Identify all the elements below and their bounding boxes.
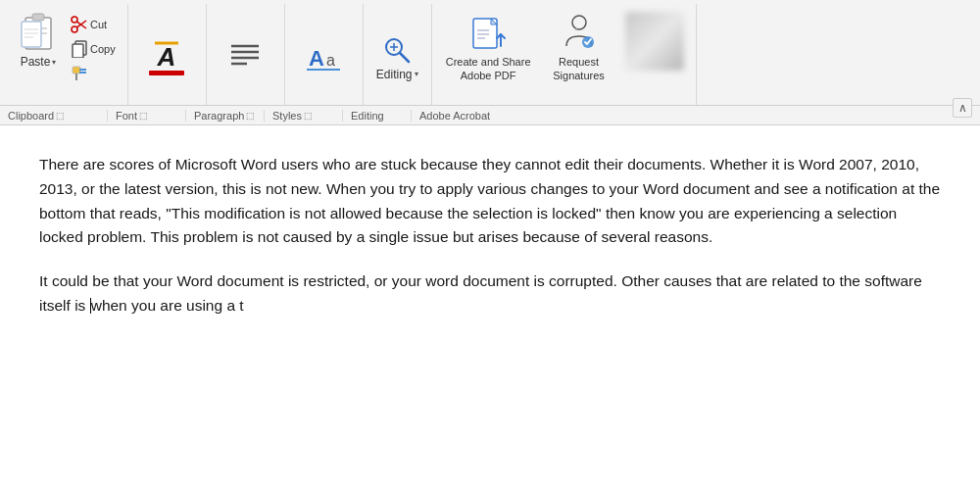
font-group-content: A — [145, 35, 188, 78]
copy-button[interactable]: Copy — [67, 38, 120, 60]
document-paragraph-1: There are scores of Microsoft Word users… — [39, 153, 941, 250]
paragraph-icon — [223, 35, 267, 78]
clipboard-group-label: Clipboard — [8, 110, 54, 122]
ribbon: Paste ▾ Cut — [0, 0, 980, 125]
svg-line-12 — [77, 22, 87, 28]
create-share-pdf-button[interactable]: Create and Share Adobe PDF — [440, 8, 537, 87]
svg-point-10 — [72, 17, 77, 23]
pdf-upload-icon — [467, 13, 509, 54]
styles-group-label: Styles — [272, 110, 302, 122]
editing-arrow-icon: ▾ — [415, 70, 418, 78]
paragraph-group-label-area: Paragraph ⬚ — [186, 110, 265, 122]
document-area[interactable]: There are scores of Microsoft Word users… — [0, 125, 980, 490]
svg-rect-5 — [22, 22, 41, 47]
styles-expand-icon[interactable]: ⬚ — [304, 111, 313, 121]
paragraph-group-label: Paragraph — [194, 110, 244, 122]
cut-button[interactable]: Cut — [67, 14, 120, 35]
copy-label: Copy — [90, 43, 116, 55]
ribbon-group-styles: A a — [285, 4, 364, 105]
svg-rect-15 — [73, 67, 80, 74]
clipboard-group-label-area: Clipboard ⬚ — [0, 110, 108, 122]
format-painter-icon — [71, 65, 88, 82]
ribbon-label-bar: Clipboard ⬚ Font ⬚ Paragraph ⬚ Styles ⬚ … — [0, 105, 980, 124]
ribbon-group-font: A — [128, 4, 207, 105]
create-pdf-icon — [466, 12, 510, 55]
adobe-acrobat-group-label-area: Adobe Acrobat — [412, 110, 608, 122]
svg-point-38 — [572, 16, 586, 29]
paste-icon — [19, 12, 58, 55]
ribbon-group-editing: Editing ▾ — [364, 4, 432, 105]
paragraph-lines-icon — [227, 39, 263, 74]
svg-text:A: A — [309, 46, 324, 71]
adobe-acrobat-group-label: Adobe Acrobat — [419, 110, 490, 122]
editing-group-label-area: Editing — [343, 110, 412, 122]
ribbon-group-adobe-acrobat: Create and Share Adobe PDF — [432, 4, 697, 105]
ribbon-collapse-button[interactable]: ∧ — [953, 98, 972, 118]
paste-button[interactable]: Paste ▾ — [12, 8, 65, 73]
svg-rect-1 — [32, 14, 44, 21]
svg-text:a: a — [326, 52, 335, 69]
font-icon: A — [145, 35, 188, 78]
format-painter-button[interactable] — [67, 63, 120, 84]
ribbon-group-clipboard: Paste ▾ Cut — [4, 4, 128, 105]
cut-label: Cut — [90, 19, 107, 30]
para1-text: There are scores of Microsoft Word users… — [39, 156, 940, 245]
request-signatures-button[interactable]: Request Signatures — [545, 8, 613, 87]
paste-label: Paste — [21, 55, 51, 69]
ribbon-group-paragraph — [207, 4, 285, 105]
paste-arrow-icon: ▾ — [52, 58, 56, 67]
scissors-icon — [71, 16, 88, 33]
svg-point-9 — [72, 26, 77, 32]
font-group-label: Font — [116, 110, 137, 122]
document-paragraph-2: It could be that your Word document is r… — [39, 270, 941, 318]
paragraph-expand-icon[interactable]: ⬚ — [246, 111, 255, 121]
styles-group-label-area: Styles ⬚ — [265, 110, 343, 122]
request-signatures-label: Request Signatures — [553, 55, 605, 83]
editing-button[interactable]: Editing ▾ — [376, 32, 418, 81]
ribbon-body: Paste ▾ Cut — [0, 0, 980, 105]
svg-line-30 — [400, 53, 409, 62]
styles-icon: A a — [302, 35, 345, 78]
clipboard-sub-buttons: Cut Copy — [67, 8, 120, 84]
collapse-icon: ∧ — [958, 101, 967, 115]
create-share-pdf-label: Create and Share Adobe PDF — [446, 55, 531, 83]
blurred-avatar-box — [625, 12, 684, 71]
clipboard-expand-icon[interactable]: ⬚ — [56, 111, 65, 121]
signature-icon — [559, 13, 600, 54]
font-expand-icon[interactable]: ⬚ — [139, 111, 148, 121]
svg-line-11 — [77, 21, 87, 27]
font-group-label-area: Font ⬚ — [108, 110, 186, 122]
request-signatures-icon — [558, 12, 601, 55]
para2-text-after-cursor: when you are using a t — [91, 297, 244, 314]
editing-icon — [379, 32, 415, 68]
avatar-blurred — [621, 8, 688, 74]
svg-rect-14 — [73, 44, 83, 58]
editing-label: Editing — [376, 68, 413, 81]
copy-icon — [71, 40, 88, 58]
svg-text:A: A — [157, 42, 176, 72]
editing-group-label: Editing — [351, 110, 384, 122]
editing-search-icon — [381, 34, 413, 66]
styles-icon-svg: A a — [305, 38, 342, 75]
